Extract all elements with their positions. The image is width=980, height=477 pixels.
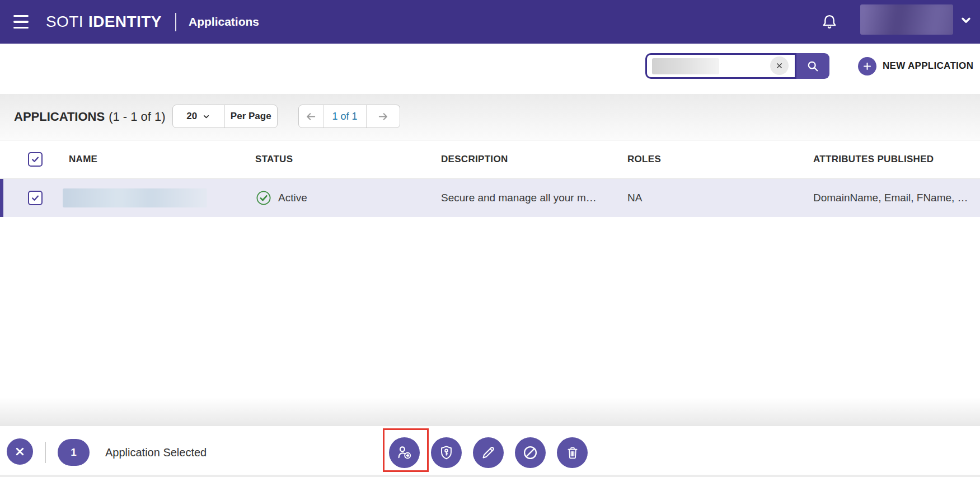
search-text-redacted-blur [652, 58, 719, 74]
column-header-roles: ROLES [627, 140, 661, 178]
user-menu[interactable] [860, 4, 972, 37]
applications-count-title: APPLICATIONS (1 - 1 of 1) [14, 94, 166, 140]
clear-search-button[interactable] [770, 56, 789, 75]
check-icon [30, 193, 40, 203]
selection-count-badge: 1 [58, 439, 90, 466]
status-active-icon [256, 191, 271, 205]
clear-selection-button[interactable] [7, 438, 33, 465]
hamburger-icon [13, 21, 29, 22]
notifications-button[interactable] [819, 12, 840, 32]
hamburger-icon [13, 27, 29, 29]
disable-button[interactable] [515, 437, 546, 468]
page-size-value: 20 [186, 111, 197, 122]
user-name-redacted-blur [860, 4, 953, 35]
delete-button[interactable] [557, 437, 588, 468]
cell-name-redacted-blur [63, 188, 207, 207]
row-checkbox[interactable] [28, 191, 43, 205]
previous-page-button[interactable] [299, 105, 323, 127]
per-page-label: Per Page [225, 105, 278, 127]
trash-icon [565, 445, 580, 461]
check-icon [30, 154, 40, 164]
selection-bar-divider [45, 442, 46, 463]
brand-bold: IDENTITY [88, 13, 162, 31]
search-button[interactable] [796, 53, 829, 79]
column-header-attributes-published: ATTRIBUTES PUBLISHED [813, 140, 934, 178]
arrow-left-icon [304, 110, 317, 123]
new-application-label: NEW APPLICATION [883, 60, 973, 72]
header-divider [175, 13, 176, 31]
selection-label: Application Selected [105, 428, 207, 477]
page-size-dropdown[interactable]: 20 [173, 105, 225, 127]
toolbar: NEW APPLICATION [0, 44, 980, 94]
brand-logo: SOTI IDENTITY [46, 0, 162, 44]
content-bottom-shadow [0, 397, 980, 425]
brand-light: SOTI [46, 13, 83, 31]
page-size-group: 20 Per Page [172, 105, 278, 128]
assign-user-button[interactable] [389, 437, 420, 468]
table-header: NAME STATUS DESCRIPTION ROLES ATTRIBUTES… [0, 140, 980, 178]
page-indicator: 1 of 1 [323, 105, 367, 127]
search-icon [806, 59, 820, 73]
hamburger-icon [13, 15, 29, 17]
cell-status: Active [278, 179, 307, 217]
search-input[interactable] [645, 53, 796, 79]
table-row[interactable]: Active Secure and manage all your m… NA … [0, 179, 980, 217]
soti-identity-app: SOTI IDENTITY Applications [0, 0, 980, 477]
plus-icon [858, 57, 876, 75]
chevron-down-icon [959, 13, 973, 27]
footer-strip [0, 475, 980, 477]
close-icon [14, 446, 26, 457]
new-application-button[interactable]: NEW APPLICATION [858, 53, 973, 79]
page-title: Applications [189, 0, 259, 44]
menu-button[interactable] [13, 15, 29, 29]
selected-row-indicator [0, 179, 3, 217]
column-header-description: DESCRIPTION [441, 140, 508, 178]
list-range-text: (1 - 1 of 1) [109, 110, 165, 124]
block-icon [522, 445, 538, 461]
pagination-group: 1 of 1 [298, 105, 400, 128]
column-header-status: STATUS [255, 140, 293, 178]
person-add-icon [396, 444, 413, 461]
cell-description: Secure and manage all your m… [441, 179, 597, 217]
bell-icon [819, 12, 840, 32]
next-page-button[interactable] [367, 105, 400, 127]
app-header: SOTI IDENTITY Applications [0, 0, 980, 44]
cell-roles: NA [627, 179, 642, 217]
pencil-icon [480, 445, 496, 461]
selection-bar: 1 Application Selected [0, 425, 980, 475]
shield-key-icon [438, 445, 454, 461]
cell-attributes-published: DomainName, Email, FName, … [813, 179, 968, 217]
edit-button[interactable] [473, 437, 504, 468]
list-controls: APPLICATIONS (1 - 1 of 1) 20 Per Page 1 … [0, 94, 980, 140]
close-icon [775, 62, 784, 70]
list-title-text: APPLICATIONS [14, 110, 105, 124]
column-header-name: NAME [69, 140, 97, 178]
chevron-down-icon [202, 112, 210, 121]
security-button[interactable] [431, 437, 462, 468]
arrow-right-icon [377, 110, 390, 123]
select-all-checkbox[interactable] [28, 152, 43, 167]
